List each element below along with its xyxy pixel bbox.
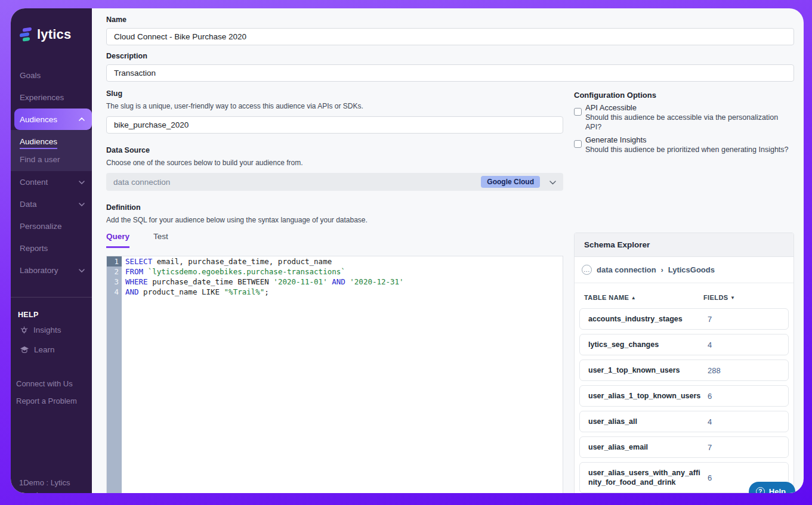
fields-count: 7	[703, 315, 712, 324]
column-header-table-name[interactable]: TABLE NAME ▲	[584, 294, 703, 301]
slug-helper-text: The slug is a unique, user-friendly way …	[106, 102, 563, 111]
fields-count: 4	[703, 417, 712, 426]
chevron-down-icon	[549, 178, 556, 187]
sidebar-nav: Goals Experiences Audiences Audiences Fi…	[11, 64, 92, 281]
form-right-column: Configuration Options API Accessible Sho…	[574, 89, 794, 493]
config-option-generate-insights: Generate Insights Should this audience b…	[574, 135, 794, 154]
app-window: lytics Goals Experiences Audiences Audie…	[11, 8, 804, 493]
description-input[interactable]	[106, 64, 794, 82]
form-left-column: Slug The slug is a unique, user-friendly…	[106, 89, 563, 493]
sidebar-item-goals[interactable]: Goals	[11, 64, 92, 86]
generate-insights-label: Generate Insights	[585, 135, 789, 145]
fields-count: 4	[703, 340, 712, 349]
audiences-submenu: Audiences Find a user	[11, 130, 92, 171]
data-source-select[interactable]: data connection Google Cloud	[106, 173, 563, 191]
sidebar-item-reports[interactable]: Reports	[11, 237, 92, 259]
google-cloud-badge: Google Cloud	[481, 176, 540, 188]
help-button[interactable]: ? Help	[749, 482, 795, 493]
sql-editor[interactable]: 1234 SELECT email, purchase_date_time, p…	[106, 256, 563, 493]
breadcrumb-source[interactable]: data connection	[597, 265, 656, 274]
graduation-cap-icon	[20, 346, 29, 354]
editor-gutter: 1234	[107, 256, 122, 493]
tab-test[interactable]: Test	[153, 232, 168, 248]
table-name: user_1_top_known_users	[588, 365, 703, 375]
table-name: user_alias_users_with_any_affinity_for_f…	[588, 468, 703, 487]
table-name: lytics_seg_changes	[588, 340, 703, 349]
lytics-logo[interactable]: lytics	[11, 8, 92, 45]
table-name: accounts_industry_stages	[588, 314, 703, 324]
definition-tabs: Query Test	[106, 232, 563, 249]
table-row[interactable]: accounts_industry_stages7	[579, 308, 789, 330]
connect-with-us-link[interactable]: Connect with Us	[11, 375, 92, 392]
table-row[interactable]: user_alias_all4	[579, 411, 789, 432]
fields-count: 288	[703, 366, 721, 375]
schema-table-body: accounts_industry_stages7lytics_seg_chan…	[575, 308, 794, 493]
sidebar-footer-links: Connect with Us Report a Problem	[11, 375, 92, 410]
name-label: Name	[106, 16, 794, 24]
name-input[interactable]	[106, 28, 794, 45]
chevron-down-icon	[79, 269, 85, 272]
help-section-heading: HELP	[11, 298, 92, 320]
submenu-item-find-a-user[interactable]: Find a user	[11, 151, 92, 166]
description-label: Description	[106, 52, 794, 61]
fields-count: 6	[703, 392, 712, 401]
tab-query[interactable]: Query	[106, 232, 129, 248]
lytics-logo-icon	[20, 27, 32, 42]
breadcrumb-separator-icon: ›	[661, 266, 663, 274]
logo-text: lytics	[37, 27, 71, 42]
api-accessible-label: API Accessible	[585, 103, 794, 113]
definition-label: Definition	[106, 203, 563, 212]
api-accessible-description: Should this audience be accessible via t…	[585, 113, 794, 132]
sidebar: lytics Goals Experiences Audiences Audie…	[11, 8, 92, 493]
breadcrumb-table[interactable]: LyticsGoods	[668, 265, 715, 274]
data-source-label: Data Source	[106, 146, 563, 155]
insights-lamp-icon	[20, 326, 29, 334]
definition-helper-text: Add the SQL for your audience below usin…	[106, 216, 563, 225]
sort-desc-icon: ▼	[730, 295, 735, 300]
sidebar-item-audiences[interactable]: Audiences	[14, 109, 92, 130]
data-source-helper-text: Choose one of the sources below to build…	[106, 159, 563, 168]
sidebar-item-learn[interactable]: Learn	[11, 340, 92, 360]
sidebar-item-data[interactable]: Data	[11, 193, 92, 215]
schema-explorer-title: Schema Explorer	[575, 233, 794, 257]
table-row[interactable]: user_alias_email7	[579, 436, 789, 458]
generate-insights-description: Should this audience be prioritized when…	[585, 145, 789, 154]
chevron-up-icon	[79, 117, 85, 121]
sidebar-item-personalize[interactable]: Personalize	[11, 215, 92, 237]
chevron-down-icon	[79, 181, 85, 184]
schema-table-header: TABLE NAME ▲ FIELDS ▼	[575, 283, 794, 308]
table-row[interactable]: user_alias_1_top_known_users6	[579, 385, 789, 407]
configuration-options-title: Configuration Options	[574, 91, 794, 100]
report-a-problem-link[interactable]: Report a Problem	[11, 392, 92, 410]
table-name: user_alias_email	[588, 442, 703, 452]
sidebar-item-content[interactable]: Content	[11, 171, 92, 193]
sort-asc-icon: ▲	[631, 295, 636, 300]
schema-explorer-panel: Schema Explorer ... data connection › Ly…	[574, 233, 794, 493]
sidebar-item-experiences[interactable]: Experiences	[11, 86, 92, 109]
editor-code[interactable]: SELECT email, purchase_date_time, produc…	[122, 256, 563, 493]
chevron-down-icon	[79, 203, 85, 206]
table-row[interactable]: lytics_seg_changes4	[579, 334, 789, 355]
account-name[interactable]: 1Demo : Lytics Goods	[19, 476, 76, 493]
generate-insights-checkbox[interactable]	[574, 140, 582, 148]
main-content: Name Description Slug The slug is a uniq…	[92, 8, 804, 493]
config-option-api-accessible: API Accessible Should this audience be a…	[574, 103, 794, 132]
submenu-item-audiences[interactable]: Audiences	[11, 134, 92, 151]
schema-breadcrumb: ... data connection › LyticsGoods	[575, 257, 794, 283]
ellipsis-menu-icon[interactable]: ...	[582, 265, 592, 275]
fields-count: 6	[703, 473, 712, 482]
question-mark-icon: ?	[756, 487, 765, 493]
data-source-placeholder: data connection	[113, 178, 481, 187]
table-row[interactable]: user_1_top_known_users288	[579, 360, 789, 381]
sidebar-item-laboratory[interactable]: Laboratory	[11, 259, 92, 281]
fields-count: 7	[703, 443, 712, 452]
table-name: user_alias_all	[588, 417, 703, 426]
slug-label: Slug	[106, 89, 563, 98]
slug-input[interactable]	[106, 116, 563, 134]
column-header-fields[interactable]: FIELDS ▼	[703, 294, 735, 301]
table-name: user_alias_1_top_known_users	[588, 391, 703, 401]
api-accessible-checkbox[interactable]	[574, 108, 582, 116]
sidebar-item-insights[interactable]: Insights	[11, 320, 92, 340]
